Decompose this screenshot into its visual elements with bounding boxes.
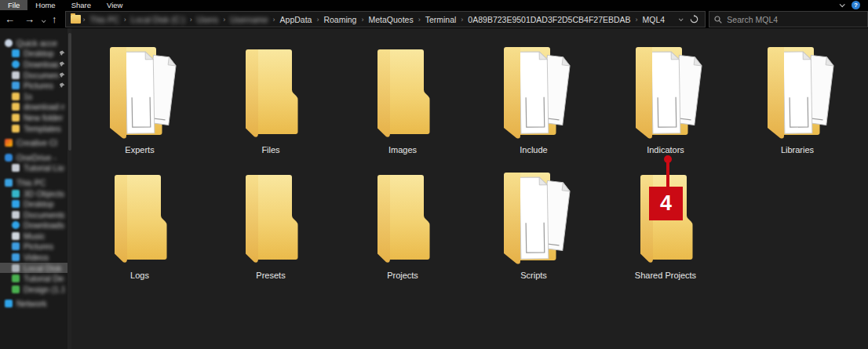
address-history-chevron-down-icon[interactable] — [679, 16, 684, 21]
folder-experts[interactable]: Experts — [74, 42, 206, 161]
recent-locations-chevron-down-icon[interactable] — [39, 14, 47, 24]
up-button[interactable]: ↑ — [47, 14, 62, 24]
sidebar-item-label: Templates — [24, 124, 61, 133]
pin-icon — [59, 50, 65, 56]
sidebar-item-creative-cloud-files[interactable]: Creative Cloud Files — [0, 137, 67, 148]
sidebar-item-this-pc[interactable]: This PC — [0, 177, 67, 188]
sidebar-item-videos[interactable]: Videos — [0, 252, 67, 263]
folder-icon — [12, 103, 20, 111]
this-pc-icon — [5, 179, 13, 187]
document-icon — [12, 71, 20, 79]
folder-label: Experts — [125, 145, 154, 155]
sidebar-item-documents[interactable]: Documents — [0, 209, 67, 220]
tab-home[interactable]: Home — [27, 0, 63, 10]
tab-file[interactable]: File — [0, 0, 27, 10]
onedrive-icon — [5, 154, 13, 162]
annotation-step-badge: 4 — [649, 187, 683, 220]
sidebar-item-download-mt4[interactable]: download mt4 — [0, 102, 67, 113]
refresh-icon[interactable] — [690, 15, 698, 24]
full-folder-icon — [494, 44, 573, 144]
sidebar-item-tutorial-list[interactable]: Tutorial List — [0, 163, 67, 174]
empty-folder-icon — [370, 46, 436, 144]
creative-cloud-icon — [5, 139, 13, 147]
breadcrumb-segment[interactable]: Terminal — [421, 15, 461, 24]
navigation-toolbar: ← → ↑ ›This PC›Local Disk (C:)›Users›Use… — [0, 10, 868, 28]
sidebar-item-3d-objects[interactable]: 3D Objects — [0, 188, 67, 199]
sidebar-item-quick-access[interactable]: Quick access — [0, 38, 67, 49]
sidebar-item-local-disk-c[interactable]: Local Disk (C:) — [0, 263, 67, 274]
sidebar-item-templates[interactable]: Templates — [0, 123, 67, 134]
breadcrumb-segment[interactable]: Users — [193, 15, 222, 24]
explorer-body: Quick accessDesktopDownloadsDocumentsPic… — [0, 28, 868, 349]
search-input[interactable] — [727, 15, 852, 24]
folder-projects[interactable]: Projects — [337, 167, 469, 286]
sidebar-item-onedrive-tutorial-l[interactable]: OneDrive - Tutorial L — [0, 152, 67, 163]
network-icon — [5, 300, 13, 307]
breadcrumb-segment[interactable]: Username — [226, 15, 272, 24]
folder-label: Files — [261, 145, 279, 155]
breadcrumb-segment[interactable]: MetaQuotes — [364, 15, 417, 24]
desktop-icon — [12, 49, 20, 57]
drive-icon — [12, 264, 20, 272]
back-button[interactable]: ← — [0, 14, 20, 24]
navigation-pane: Quick accessDesktopDownloadsDocumentsPic… — [0, 28, 67, 349]
address-bar[interactable]: ›This PC›Local Disk (C:)›Users›Username›… — [65, 11, 706, 27]
breadcrumb-segment[interactable]: 0A89B723E9501DAD3F2D5CB4F27EBDAB — [464, 15, 634, 24]
folder-label: Shared Projects — [635, 271, 696, 280]
full-folder-icon — [494, 169, 573, 269]
tab-view[interactable]: View — [99, 0, 130, 10]
folder-icon — [12, 125, 20, 133]
sidebar-item-network[interactable]: Network — [0, 299, 67, 310]
annotation-line — [666, 159, 669, 189]
folder-label: Projects — [387, 271, 418, 280]
document-icon — [12, 164, 20, 172]
sidebar-item-label: Design (1.19.211.43) — [24, 285, 64, 294]
help-icon[interactable]: ? — [852, 1, 860, 9]
folder-scripts[interactable]: Scripts — [468, 167, 600, 286]
folder-libraries[interactable]: Libraries — [731, 42, 863, 161]
breadcrumb-segment[interactable]: This PC — [86, 15, 123, 24]
sidebar-item-label: Quick access — [16, 38, 57, 48]
folder-indicators[interactable]: Indicators — [600, 42, 731, 161]
expand-ribbon-chevron-down-icon[interactable] — [840, 2, 845, 7]
folder-label: Indicators — [647, 145, 684, 155]
breadcrumb: ›This PC›Local Disk (C:)›Users›Username›… — [82, 12, 680, 27]
sidebar-item-label: 3D Objects — [24, 189, 64, 198]
sidebar-item-tutorial-designs[interactable]: Tutorial Designs — [0, 273, 67, 284]
folder-icon — [12, 93, 20, 100]
folder-label: Scripts — [520, 271, 547, 280]
breadcrumb-segment[interactable]: Local Disk (C:) — [127, 15, 189, 24]
sidebar-item-1s[interactable]: 1s — [0, 91, 67, 102]
downloads-icon — [12, 221, 20, 229]
sidebar-item-label: Tutorial List — [24, 163, 64, 173]
empty-folder-icon — [370, 172, 436, 269]
breadcrumb-segment[interactable]: MQL4 — [639, 15, 669, 24]
sidebar-item-documents[interactable]: Documents — [0, 70, 67, 81]
folder-logs[interactable]: Logs — [74, 167, 206, 286]
sidebar-item-desktop[interactable]: Desktop — [0, 49, 67, 60]
full-folder-icon — [100, 44, 179, 144]
sidebar-item-music[interactable]: Music — [0, 231, 67, 242]
sidebar-item-pictures[interactable]: Pictures — [0, 80, 67, 91]
sidebar-item-design-1-19-211-43[interactable]: Design (1.19.211.43) — [0, 284, 67, 295]
star-icon — [5, 39, 13, 47]
folder-view: Experts Files Images Include — [71, 28, 868, 349]
folder-label: Logs — [130, 271, 149, 280]
folder-include[interactable]: Include — [468, 42, 600, 161]
breadcrumb-segment[interactable]: Roaming — [319, 15, 360, 24]
sidebar-item-label: Local Disk (C:) — [24, 264, 64, 273]
folder-shared-projects[interactable]: Shared Projects — [600, 167, 731, 286]
sidebar-item-downloads[interactable]: Downloads — [0, 59, 67, 70]
sidebar-item-desktop[interactable]: Desktop — [0, 198, 67, 209]
sidebar-item-new-folder[interactable]: New folder — [0, 112, 67, 123]
sidebar-item-pictures[interactable]: Pictures — [0, 242, 67, 253]
folder-presets[interactable]: Presets — [205, 167, 337, 286]
sidebar-item-downloads[interactable]: Downloads — [0, 220, 67, 231]
folder-files[interactable]: Files — [205, 42, 337, 161]
breadcrumb-segment[interactable]: AppData — [276, 15, 316, 24]
sidebar-scrollbar-thumb[interactable] — [68, 33, 71, 151]
folder-label: Images — [388, 145, 417, 155]
tab-share[interactable]: Share — [64, 0, 99, 10]
folder-images[interactable]: Images — [337, 42, 469, 161]
forward-button[interactable]: → — [20, 14, 39, 24]
